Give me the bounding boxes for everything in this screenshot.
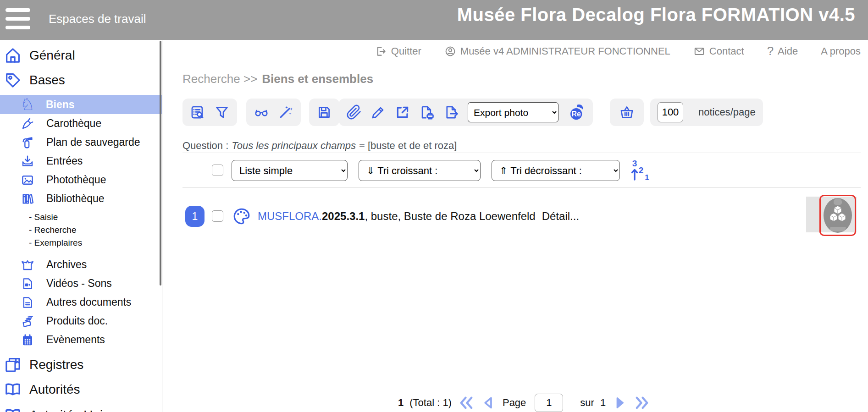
sidebar-item-saisie[interactable]: - Saisie: [0, 211, 162, 224]
prev-page-icon[interactable]: [481, 395, 497, 411]
print-file-icon[interactable]: [419, 104, 435, 120]
toolbar-group-actions: Export photo Re: [339, 99, 593, 126]
help-icon: ?: [767, 44, 774, 58]
save-icon[interactable]: [316, 104, 332, 120]
archive-box-icon: [21, 258, 34, 272]
sidebar-item-autorites[interactable]: Autorités: [0, 379, 162, 400]
sidebar-item-bibliotheque[interactable]: Bibliothèque: [0, 189, 162, 208]
quit-label: Quitter: [391, 45, 421, 57]
sidebar-item-evenements[interactable]: Evènements: [0, 330, 162, 349]
page-number-input[interactable]: [535, 394, 563, 412]
sidebar-item-bases[interactable]: Bases: [0, 70, 162, 90]
breadcrumb-section: Recherche >>: [182, 72, 257, 86]
sidebar-scrollbar-track[interactable]: [162, 40, 162, 412]
page-label: Page: [503, 397, 526, 409]
sidebar-item-produits-doc[interactable]: Produits doc.: [0, 312, 162, 330]
sidebar-item-registres[interactable]: Registres: [0, 355, 162, 375]
toolbar-group-search: [182, 99, 237, 126]
sidebar-item-videos-sons[interactable]: Vidéos - Sons: [0, 274, 162, 293]
result-row: 1 MUSFLORA.2025.3.1, buste, Buste de Roz…: [163, 203, 868, 230]
calendar-icon: [21, 333, 34, 347]
open-book-icon: [4, 380, 22, 399]
sidebar-item-label: Vidéos - Sons: [46, 277, 112, 290]
user-label: Musée v4 ADMINISTRATEUR FONCTIONNEL: [460, 45, 670, 57]
re-icon[interactable]: Re: [567, 103, 586, 121]
glasses-icon[interactable]: [254, 104, 269, 120]
stack-icon: [21, 314, 34, 328]
sidebar-item-carotheque[interactable]: Carothèque: [0, 114, 162, 133]
books-icon: [21, 192, 34, 206]
export-file-icon[interactable]: [443, 104, 459, 120]
list-search-icon[interactable]: [190, 104, 205, 120]
video-file-icon: [21, 277, 34, 291]
contact-label: Contact: [709, 45, 744, 57]
sidebar-item-plan-sauvegarde[interactable]: Plan de sauvegarde: [0, 133, 162, 152]
sidebar-item-exemplaires[interactable]: - Exemplaires: [0, 236, 162, 249]
list-mode-select[interactable]: Liste simple: [232, 160, 348, 181]
contact-link[interactable]: Contact: [693, 45, 744, 57]
result-thumbnail[interactable]: [819, 195, 856, 236]
next-page-icon[interactable]: [612, 395, 627, 411]
sidebar-item-label: Evènements: [46, 334, 105, 346]
user-icon: [444, 45, 456, 57]
export-photo-select[interactable]: Export photo: [468, 102, 558, 122]
sidebar-item-label: - Saisie: [29, 212, 58, 222]
quit-link[interactable]: Quitter: [375, 45, 421, 57]
sidebar-item-label: Plan de sauvegarde: [46, 136, 140, 148]
sidebar-scrollbar-thumb[interactable]: [160, 41, 161, 286]
sidebar-item-label: Autorités Unimarc: [29, 408, 132, 412]
sidebar-item-recherche[interactable]: - Recherche: [0, 224, 162, 236]
topbar: Espaces de travail Musée Flora Decalog F…: [0, 0, 868, 40]
help-link[interactable]: ? Aide: [767, 44, 798, 58]
copies-icon: [4, 356, 22, 374]
palette-icon[interactable]: [232, 207, 251, 226]
sidebar-item-label: Carothèque: [46, 117, 101, 130]
pencil-icon[interactable]: [370, 104, 386, 120]
sidebar-item-label: Général: [29, 48, 75, 63]
basket-icon[interactable]: [619, 104, 635, 120]
notices-per-page-input[interactable]: [658, 102, 683, 122]
first-page-icon[interactable]: [458, 395, 475, 411]
sidebar-item-label: Registres: [29, 357, 83, 372]
result-index-badge: 1: [185, 206, 205, 227]
about-link[interactable]: A propos: [821, 45, 861, 57]
result-checkbox[interactable]: [212, 210, 223, 222]
result-detail-link[interactable]: Détail...: [542, 210, 579, 222]
sidebar-item-biens[interactable]: ♘ Biens: [0, 95, 162, 114]
result-thumbnail-strip: [806, 197, 857, 232]
sort-descending-select[interactable]: ⇑ Tri décroissant :: [492, 160, 620, 181]
sidebar-item-label: Bibliothèque: [46, 192, 105, 205]
filter-icon[interactable]: [214, 104, 230, 120]
last-page-icon[interactable]: [633, 395, 651, 411]
svg-text:1: 1: [645, 173, 649, 182]
result-total: (Total : 1): [409, 397, 452, 409]
magic-wand-icon[interactable]: [278, 104, 293, 120]
workspace-label[interactable]: Espaces de travail: [49, 12, 146, 26]
sidebar-item-label: Entrées: [46, 155, 83, 167]
result-code-link[interactable]: MUSFLORA.: [258, 210, 322, 222]
result-code-number[interactable]: 2025.3.1: [322, 210, 365, 222]
select-all-checkbox[interactable]: [212, 165, 223, 176]
page-total: 1: [600, 397, 606, 409]
query-summary: Question :Tous les principaux champs= [b…: [182, 140, 457, 152]
breadcrumb: Recherche >>Biens et ensembles: [182, 72, 373, 86]
sidebar-item-general[interactable]: Général: [0, 45, 162, 66]
notices-per-page-label: notices/page: [698, 106, 756, 118]
hamburger-icon[interactable]: [5, 7, 31, 31]
numeric-sort-icon[interactable]: 321: [630, 159, 651, 182]
sidebar-item-entrees[interactable]: Entrées: [0, 152, 162, 170]
sidebar-item-autres-documents[interactable]: Autres documents: [0, 293, 162, 312]
sidebar-item-archives[interactable]: Archives: [0, 255, 162, 274]
sidebar-item-phototheque[interactable]: Photothèque: [0, 170, 162, 189]
sort-ascending-select[interactable]: ⇓ Tri croissant :: [359, 160, 481, 181]
inbox-download-icon: [21, 154, 34, 168]
result-text: MUSFLORA.2025.3.1, buste, Buste de Roza …: [258, 210, 579, 223]
paperclip-icon[interactable]: [346, 104, 362, 120]
user-menu[interactable]: Musée v4 ADMINISTRATEUR FONCTIONNEL: [444, 45, 670, 57]
external-link-icon[interactable]: [395, 104, 410, 120]
sidebar-item-label: - Exemplaires: [29, 238, 82, 248]
open-book-icon: [4, 406, 22, 412]
query-prefix: Question :: [182, 140, 228, 151]
sidebar-item-autorites-unimarc[interactable]: Autorités Unimarc: [0, 405, 162, 412]
page-of-label: sur: [580, 397, 594, 409]
